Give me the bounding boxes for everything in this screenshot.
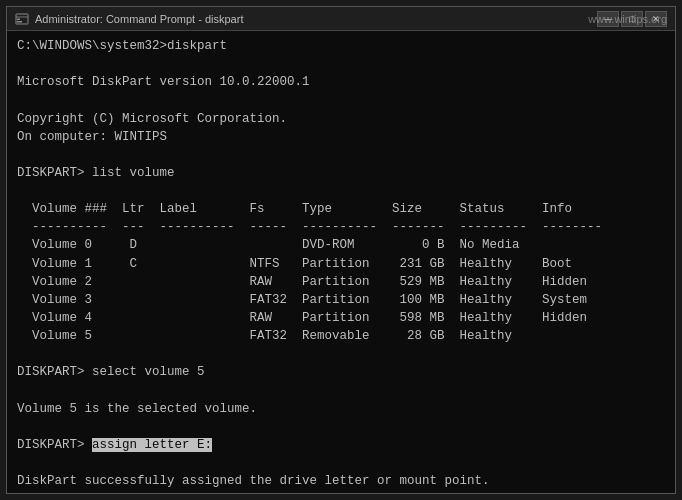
volume-0-row: Volume 0 D DVD-ROM 0 B No Media bbox=[17, 236, 665, 254]
blank-line-3 bbox=[17, 146, 665, 164]
assign-result: DiskPart successfully assigned the drive… bbox=[17, 472, 665, 490]
volume-3-row: Volume 3 FAT32 Partition 100 MB Healthy … bbox=[17, 291, 665, 309]
volume-2-row: Volume 2 RAW Partition 529 MB Healthy Hi… bbox=[17, 273, 665, 291]
title-bar: Administrator: Command Prompt - diskpart… bbox=[7, 7, 675, 31]
svg-rect-3 bbox=[17, 21, 22, 23]
blank-line-2 bbox=[17, 91, 665, 109]
select-result: Volume 5 is the selected volume. bbox=[17, 400, 665, 418]
cmd-list-volume: DISKPART> list volume bbox=[17, 164, 665, 182]
watermark: www.wintips.org bbox=[588, 13, 667, 25]
blank-line-7 bbox=[17, 418, 665, 436]
cmd-select-volume: DISKPART> select volume 5 bbox=[17, 363, 665, 381]
cmd-assign-line: DISKPART> assign letter E: bbox=[17, 436, 665, 454]
volume-1-row: Volume 1 C NTFS Partition 231 GB Healthy… bbox=[17, 255, 665, 273]
computer-line: On computer: WINTIPS bbox=[17, 128, 665, 146]
cmd-assign-prefix: DISKPART> bbox=[17, 438, 92, 452]
svg-rect-2 bbox=[17, 18, 20, 20]
window-title: Administrator: Command Prompt - diskpart bbox=[35, 13, 597, 25]
volume-5-row: Volume 5 FAT32 Removable 28 GB Healthy bbox=[17, 327, 665, 345]
blank-line-4 bbox=[17, 182, 665, 200]
copyright-line: Copyright (C) Microsoft Corporation. bbox=[17, 110, 665, 128]
cmd-diskpart: C:\WINDOWS\system32>diskpart bbox=[17, 37, 665, 55]
blank-line-5 bbox=[17, 345, 665, 363]
volume-4-row: Volume 4 RAW Partition 598 MB Healthy Hi… bbox=[17, 309, 665, 327]
table-header: Volume ### Ltr Label Fs Type Size Status… bbox=[17, 200, 665, 218]
version-line: Microsoft DiskPart version 10.0.22000.1 bbox=[17, 73, 665, 91]
command-prompt-window: Administrator: Command Prompt - diskpart… bbox=[6, 6, 676, 494]
terminal-output: C:\WINDOWS\system32>diskpart Microsoft D… bbox=[7, 31, 675, 493]
table-divider: ---------- --- ---------- ----- --------… bbox=[17, 218, 665, 236]
window-icon bbox=[15, 12, 29, 26]
blank-line-8 bbox=[17, 454, 665, 472]
blank-line-9 bbox=[17, 490, 665, 493]
blank-line-1 bbox=[17, 55, 665, 73]
blank-line-6 bbox=[17, 381, 665, 399]
cmd-assign-highlighted: assign letter E: bbox=[92, 438, 212, 452]
